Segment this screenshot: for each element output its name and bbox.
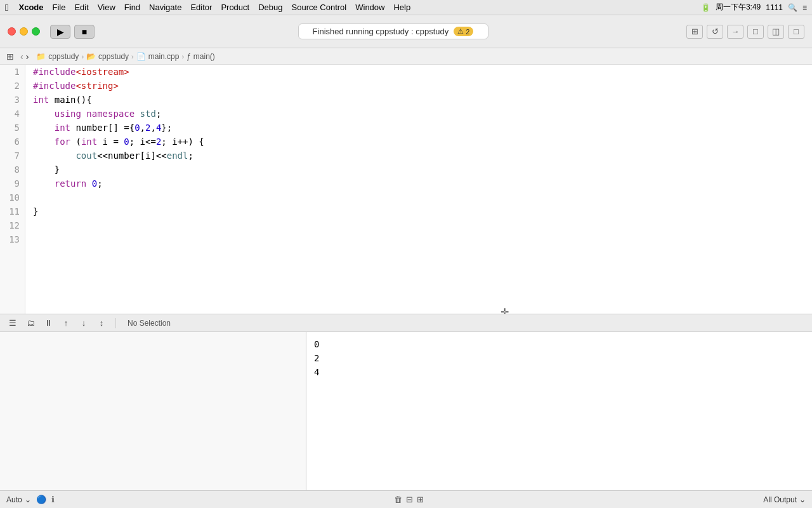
code-line-3: int main(){ [33,93,812,107]
breadcrumb-func: main() [193,52,215,61]
traffic-lights [8,27,40,36]
menu-item-find[interactable]: Find [124,3,140,12]
breadcrumb-sep-1: › [81,53,84,60]
output-help-icon[interactable]: ℹ [51,495,55,504]
menu-time: 周一下午3:49 [716,2,761,13]
line-num-2: 2 [0,79,25,93]
menu-items: Xcode File Edit View Find Navigate Edito… [18,3,700,12]
file-tree-btn[interactable]: 🗂 [24,317,37,330]
breadcrumb-nav: ‹ › [20,51,29,62]
output-right-icons: 🗑 ⊟ ⊞ [394,495,424,504]
line-num-13: 13 [0,232,25,246]
step-down-btn[interactable]: ↓ [77,317,90,330]
editor-container: 1 2 3 4 5 6 7 8 9 10 11 12 13 #include<i… [0,65,812,508]
inspector-btn-3[interactable]: □ [788,25,804,39]
stop-button[interactable]: ■ [74,25,95,39]
editor-main[interactable]: 1 2 3 4 5 6 7 8 9 10 11 12 13 #include<i… [0,65,812,314]
menu-item-window[interactable]: Window [355,3,384,12]
title-bar: ▶ ■ Finished running cppstudy : cppstudy… [0,15,812,48]
title-display: Finished running cppstudy : cppstudy ⚠ 2 [298,23,488,39]
output-left-panel [0,332,306,490]
breadcrumb-back-btn[interactable]: ‹ [20,51,23,62]
breadcrumb-file: main.cpp [148,52,180,61]
menu-bar:  Xcode File Edit View Find Navigate Edi… [0,0,812,15]
line-num-10: 10 [0,190,25,204]
title-text-label: Finished running cppstudy : cppstudy [313,27,449,36]
line-num-11: 11 [0,204,25,218]
menu-item-edit[interactable]: Edit [74,3,88,12]
menu-list-icon[interactable]: ≡ [802,3,807,12]
all-output-chevron-icon: ⌄ [799,495,806,504]
close-button[interactable] [8,27,16,36]
menu-item-xcode[interactable]: Xcode [18,3,43,12]
code-line-8: } [33,163,812,177]
inspector-btn-2[interactable]: ◫ [768,25,784,39]
split-view-btn-1[interactable]: ⊟ [406,495,413,504]
breadcrumb-group: cppstudy [98,52,129,61]
warning-icon: ⚠ [457,27,464,36]
forward-btn[interactable]: → [727,25,743,39]
layout-btn-1[interactable]: ⊞ [686,25,703,39]
breadcrumb-item-file[interactable]: 📄 main.cpp [136,52,180,61]
group-icon: 📂 [86,52,96,61]
maximize-button[interactable] [32,27,40,36]
line-num-8: 8 [0,163,25,177]
minimize-button[interactable] [20,27,28,36]
line-num-4: 4 [0,107,25,121]
breadcrumb-forward-btn[interactable]: › [26,51,29,62]
code-area[interactable]: #include<iostream> #include<string> int … [25,65,812,314]
apple-logo-icon:  [5,2,8,13]
all-output-label: All Output [763,495,797,504]
step-up-btn[interactable]: ↑ [60,317,72,330]
split-view-btn-2[interactable]: ⊞ [417,495,424,504]
toolbar-separator [115,318,116,328]
warning-badge: ⚠ 2 [454,27,473,36]
menu-item-source-control[interactable]: Source Control [292,3,347,12]
output-console[interactable]: 0 2 4 [306,332,812,490]
menu-item-editor[interactable]: Editor [190,3,212,12]
menu-item-product[interactable]: Product [221,3,249,12]
output-bottom-bar: Auto ⌄ 🔵 ℹ 🗑 ⊟ ⊞ All Output ⌄ [0,490,812,508]
clear-output-btn[interactable]: 🗑 [394,495,402,504]
file-icon: 📄 [136,52,146,61]
title-center: Finished running cppstudy : cppstudy ⚠ 2 [106,23,680,39]
output-section: 0 2 4 [0,331,812,490]
grid-icon-button[interactable]: ⊞ [6,51,14,62]
breadcrumb-project: cppstudy [48,52,79,61]
output-line-3: 4 [314,365,804,379]
breadcrumb-item-folder[interactable]: 📁 cppstudy [36,52,79,61]
code-line-2: #include<string> [33,79,812,93]
code-line-4: using namespace std; [33,107,812,121]
code-line-11: } [33,204,812,218]
line-num-6: 6 [0,135,25,149]
warning-count: 2 [466,28,469,36]
func-icon: ƒ [187,52,191,61]
breadcrumb-item-func[interactable]: ƒ main() [187,52,215,61]
menu-battery: 🔋 [701,3,710,12]
breadcrumb-item-group[interactable]: 📂 cppstudy [86,52,129,61]
breadcrumb-sep-3: › [181,53,184,60]
line-num-3: 3 [0,93,25,107]
back-forward-btn[interactable]: ↺ [707,25,723,39]
inspector-btn-1[interactable]: □ [747,25,764,39]
menu-item-file[interactable]: File [53,3,66,12]
line-num-5: 5 [0,121,25,135]
line-num-9: 9 [0,177,25,190]
pause-btn[interactable]: ⏸ [42,317,55,330]
line-num-1: 1 [0,65,25,79]
menu-network: 1111 [766,3,783,12]
menu-item-view[interactable]: View [98,3,115,12]
menu-item-help[interactable]: Help [393,3,410,12]
all-output-select[interactable]: All Output ⌄ [763,495,806,504]
breadcrumb-sep-2: › [131,53,134,60]
step-right-btn[interactable]: ↕ [95,317,108,330]
auto-select[interactable]: Auto ⌄ [6,495,31,504]
run-button[interactable]: ▶ [50,25,70,39]
menu-item-debug[interactable]: Debug [258,3,282,12]
menu-search-icon[interactable]: 🔍 [788,3,797,12]
show-hide-btn[interactable]: ☰ [6,317,19,330]
line-num-12: 12 [0,218,25,232]
code-line-10 [33,190,812,204]
menu-item-navigate[interactable]: Navigate [149,3,181,12]
output-info-icon[interactable]: 🔵 [36,495,46,504]
